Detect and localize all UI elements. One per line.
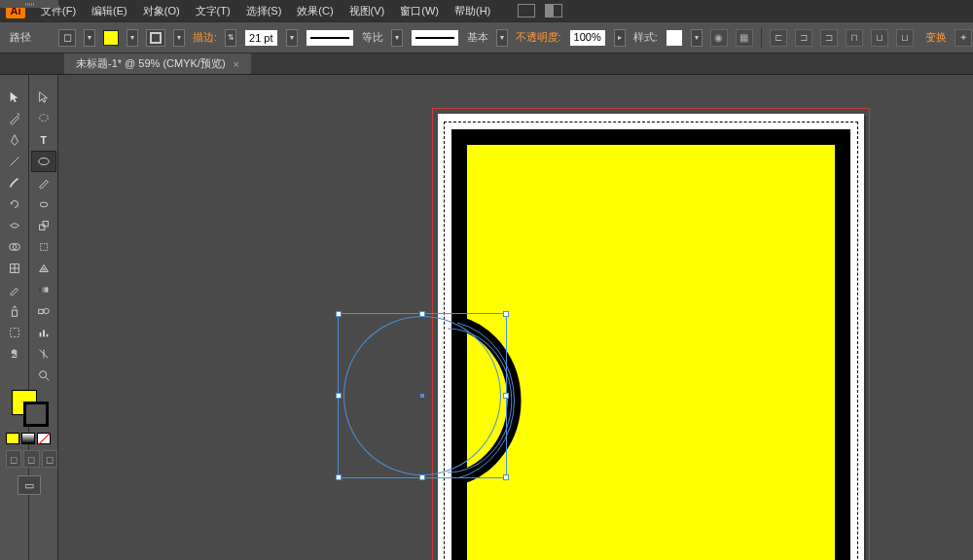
magic-wand-tool[interactable] (2, 108, 27, 129)
opacity-dropdown[interactable]: ▸ (614, 29, 626, 47)
selection-bounding-box[interactable] (338, 313, 507, 478)
align-center-h-icon[interactable]: ⊐ (795, 29, 812, 47)
selection-handle-tm[interactable] (419, 311, 425, 317)
selection-tool[interactable] (2, 87, 27, 108)
stroke-indicator[interactable] (23, 402, 49, 427)
screen-mode-icon[interactable]: ▭ (18, 475, 41, 495)
align-panel-icon[interactable]: ▦ (736, 29, 753, 47)
shape-builder-tool[interactable] (2, 236, 27, 258)
artboard-tool[interactable] (2, 322, 27, 343)
menu-select[interactable]: 选择(S) (238, 4, 290, 18)
stroke-color-swatch[interactable] (146, 29, 165, 47)
svg-rect-15 (39, 287, 48, 292)
selection-handle-bl[interactable] (336, 474, 342, 480)
panel-grab-handle[interactable] (0, 0, 58, 8)
selection-handle-ml[interactable] (336, 393, 342, 399)
fill-color-dropdown[interactable]: ▾ (126, 29, 138, 47)
tab-close-icon[interactable]: × (234, 58, 239, 70)
align-center-v-icon[interactable]: ⊔ (871, 29, 888, 47)
paintbrush-tool[interactable] (2, 172, 27, 193)
eraser-tool[interactable] (31, 193, 56, 215)
zoom-tool[interactable] (31, 365, 56, 386)
transform-label[interactable]: 变换 (925, 30, 947, 45)
stroke-color-dropdown[interactable]: ▾ (173, 29, 185, 47)
stroke-label[interactable]: 描边: (193, 30, 217, 45)
menu-type[interactable]: 文字(T) (188, 4, 238, 18)
control-bar: 路径 ◻ ▾ ▾ ▾ 描边: ⇅ 21 pt ▾ 等比 ▾ 基本 ▾ 不透明度:… (0, 21, 973, 53)
align-left-icon[interactable]: ⊏ (770, 29, 787, 47)
svg-rect-20 (46, 334, 48, 337)
document-tab[interactable]: 未标题-1* @ 59% (CMYK/预览) × (64, 53, 251, 74)
ellipse-tool[interactable] (31, 151, 56, 172)
fill-dropdown[interactable]: ▾ (84, 29, 95, 47)
menu-help[interactable]: 帮助(H) (447, 4, 498, 18)
draw-inside-icon[interactable]: ◻ (42, 450, 57, 468)
slice-tool[interactable] (31, 343, 56, 365)
svg-rect-13 (43, 222, 48, 227)
canvas[interactable] (58, 75, 973, 560)
pencil-tool[interactable] (31, 172, 56, 193)
selection-handle-mr[interactable] (503, 393, 509, 399)
perspective-grid-tool[interactable] (31, 258, 56, 279)
svg-rect-16 (38, 309, 42, 313)
opacity-input[interactable]: 100% (569, 29, 606, 47)
width-profile-preview[interactable] (306, 29, 354, 47)
menu-effect[interactable]: 效果(C) (289, 4, 341, 18)
selection-handle-br[interactable] (503, 474, 509, 480)
svg-rect-6 (12, 310, 17, 316)
line-tool[interactable] (2, 151, 27, 172)
stroke-weight-dropdown[interactable]: ▾ (286, 29, 298, 47)
eyedropper-tool[interactable] (2, 279, 27, 300)
align-right-icon[interactable]: ⊐ (820, 29, 838, 47)
free-transform-tool[interactable] (31, 236, 56, 258)
brush-preview[interactable] (411, 29, 459, 47)
none-mode-icon[interactable] (37, 433, 51, 444)
column-graph-tool[interactable] (31, 322, 56, 343)
selection-handle-bm[interactable] (419, 474, 425, 480)
align-top-icon[interactable]: ⊓ (846, 29, 863, 47)
width-profile-dropdown[interactable]: ▾ (391, 29, 403, 47)
menu-edit[interactable]: 编辑(E) (84, 4, 135, 18)
gradient-mode-icon[interactable] (21, 433, 35, 444)
lasso-tool[interactable] (31, 108, 56, 129)
layout-icon-1[interactable] (518, 4, 535, 18)
brush-dropdown[interactable]: ▾ (496, 29, 508, 47)
selection-handle-tl[interactable] (336, 311, 342, 317)
draw-behind-icon[interactable]: ◻ (23, 450, 39, 468)
symbol-sprayer-tool[interactable] (2, 300, 27, 322)
isolate-icon[interactable]: ✦ (955, 29, 972, 47)
draw-normal-icon[interactable]: ◻ (6, 450, 21, 468)
svg-text:T: T (40, 134, 47, 146)
selection-handle-tr[interactable] (503, 311, 509, 317)
type-tool[interactable]: T (31, 129, 56, 151)
fill-no-color-icon[interactable]: ◻ (58, 29, 76, 47)
hand-tool[interactable] (2, 343, 27, 365)
menu-view[interactable]: 视图(V) (342, 4, 393, 18)
stroke-weight-stepper[interactable]: ⇅ (225, 29, 236, 47)
fill-color-swatch[interactable] (103, 30, 119, 46)
blend-tool[interactable] (31, 300, 56, 322)
graphic-style-dropdown[interactable]: ▾ (691, 29, 703, 47)
align-bottom-icon[interactable]: ⊔ (896, 29, 914, 47)
svg-line-0 (10, 158, 18, 166)
svg-rect-7 (10, 329, 18, 337)
stroke-weight-input[interactable]: 21 pt (244, 29, 277, 47)
gradient-tool[interactable] (31, 279, 56, 300)
rotate-tool[interactable] (2, 193, 27, 215)
opacity-label[interactable]: 不透明度: (516, 30, 561, 45)
layout-icon-2[interactable] (545, 4, 562, 18)
menu-object[interactable]: 对象(O) (135, 4, 188, 18)
svg-rect-19 (43, 330, 45, 336)
width-tool[interactable] (2, 215, 27, 236)
graphic-style-swatch[interactable] (666, 29, 683, 47)
recolor-icon[interactable]: ◉ (710, 29, 728, 47)
svg-point-17 (44, 308, 49, 313)
color-mode-icon[interactable] (6, 433, 19, 444)
menu-window[interactable]: 窗口(W) (392, 4, 447, 18)
direct-selection-tool[interactable] (31, 87, 56, 108)
scale-tool[interactable] (31, 215, 56, 236)
document-tab-bar: 未标题-1* @ 59% (CMYK/预览) × (0, 53, 973, 75)
mesh-tool[interactable] (2, 258, 27, 279)
fill-stroke-indicator[interactable] (12, 390, 51, 429)
pen-tool[interactable] (2, 129, 27, 151)
